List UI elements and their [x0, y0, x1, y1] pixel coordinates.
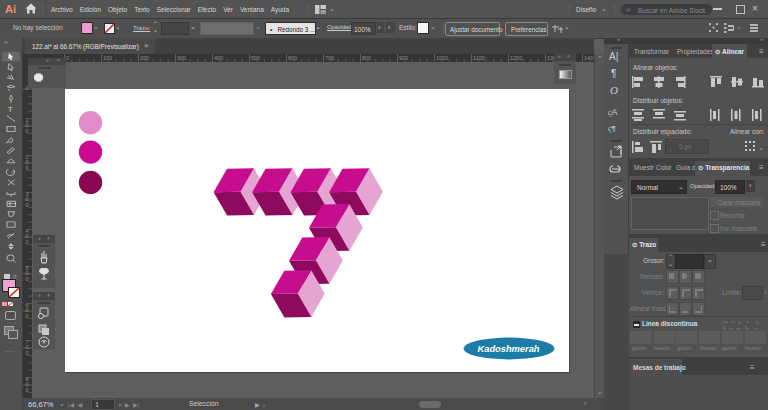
- svg-text:⌄: ⌄: [758, 144, 764, 151]
- svg-text:Kadoshmerah: Kadoshmerah: [478, 344, 540, 354]
- svg-text:600: 600: [288, 55, 297, 61]
- svg-text:T: T: [8, 106, 13, 114]
- svg-text:1400: 1400: [584, 55, 594, 61]
- svg-text:900: 900: [399, 55, 408, 61]
- svg-text:200: 200: [140, 55, 149, 61]
- svg-text:0: 0: [66, 55, 69, 61]
- svg-text:500: 500: [251, 55, 260, 61]
- svg-text:300: 300: [177, 55, 186, 61]
- svg-text:100: 100: [103, 55, 112, 61]
- svg-text:400: 400: [214, 55, 223, 61]
- svg-text:700: 700: [325, 55, 334, 61]
- svg-text:800: 800: [362, 55, 371, 61]
